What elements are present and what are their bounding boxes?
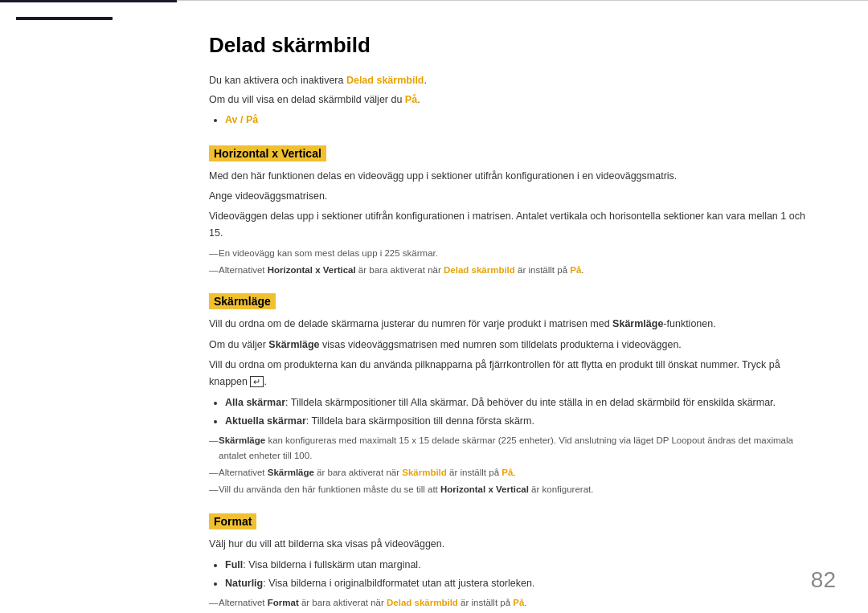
bullet-av-pa: Av / På	[225, 111, 820, 129]
format-note-bold: Format	[268, 598, 299, 607]
skarmlag-text2: Om du väljer Skärmläge visas videoväggsm…	[209, 337, 820, 353]
horizontal-text1: Med den här funktionen delas en videoväg…	[209, 168, 820, 185]
skarmlag-note3: Vill du använda den här funktionen måste…	[209, 482, 820, 497]
horizontal-text3: Videoväggen delas upp i sektioner utifrå…	[209, 208, 820, 243]
aktuella-bold: Aktuella skärmar	[225, 415, 306, 427]
full-bold: Full	[225, 559, 243, 570]
horizontal-note2: Alternativet Horizontal x Vertical är ba…	[209, 263, 820, 277]
page-title: Delad skärmbild	[209, 33, 820, 58]
bullet-naturlig: Naturlig: Visa bilderna i originalbildfo…	[225, 574, 820, 593]
pa-link1: På	[405, 94, 417, 105]
hxv-bold: Horizontal x Vertical	[268, 265, 356, 275]
format-text1: Välj hur du vill att bilderna ska visas …	[209, 536, 820, 553]
delad-link2: Delad skärmbild	[444, 265, 515, 275]
pa-link3: På	[502, 468, 513, 477]
page-container: Delad skärmbild Du kan aktivera och inak…	[0, 0, 868, 613]
skarmlag-text3: Vill du ordna om produkterna kan du anvä…	[209, 357, 820, 391]
sidebar-bar	[16, 17, 113, 20]
pa-link2: På	[570, 265, 581, 275]
skarmlag-note-bold: Skärmläge	[219, 435, 265, 445]
format-note1: Alternativet Format är bara aktiverat nä…	[209, 595, 820, 610]
horizontal-note1: En videovägg kan som mest delas upp i 22…	[209, 246, 820, 260]
skarmlag-note2-link: Skärmbild	[402, 468, 447, 477]
bullet-full: Full: Visa bilderna i fullskärm utan mar…	[225, 556, 820, 574]
skarmlag-note1: Skärmläge kan konfigureras med maximalt …	[209, 433, 820, 463]
delad-link1: Delad skärmbild	[346, 75, 424, 86]
pa-link4: På	[513, 598, 524, 607]
format-section: Format Välj hur du vill att bilderna ska…	[209, 502, 820, 611]
skarmlag-section: Skärmläge Vill du ordna om de delade skä…	[209, 282, 820, 497]
horizontal-section: Horizontal x Vertical Med den här funkti…	[209, 134, 820, 278]
horizontal-heading: Horizontal x Vertical	[209, 145, 326, 161]
bullet-alla-skarmar: Alla skärmar: Tilldela skärmpositioner t…	[225, 394, 820, 412]
alla-bold: Alla skärmar	[225, 397, 285, 408]
intro-section: Du kan aktivera och inaktivera Delad skä…	[209, 72, 820, 129]
av-pa-link: Av / På	[225, 114, 258, 125]
horizontal-text2: Ange videoväggsmatrisen.	[209, 188, 820, 205]
sidebar	[0, 0, 177, 613]
skarmlag-heading: Skärmläge	[209, 293, 276, 309]
intro-line2: Om du vill visa en delad skärmbild välje…	[209, 92, 820, 108]
enter-icon: ↵	[250, 376, 264, 387]
naturlig-bold: Naturlig	[225, 578, 263, 589]
skarmlag-bullets: Alla skärmar: Tilldela skärmpositioner t…	[225, 394, 820, 430]
intro-bullets: Av / På	[225, 111, 820, 129]
skarmlag-note2-bold: Skärmläge	[268, 468, 314, 477]
bullet-aktuella-skarmar: Aktuella skärmar: Tilldela bara skärmpos…	[225, 412, 820, 431]
hxv-bold2: Horizontal x Vertical	[440, 484, 529, 494]
skarmlag-note2: Alternativet Skärmläge är bara aktiverat…	[209, 465, 820, 480]
format-heading: Format	[209, 513, 256, 529]
page-number: 82	[811, 567, 836, 593]
main-content: Delad skärmbild Du kan aktivera och inak…	[177, 0, 868, 613]
delad-link3: Delad skärmbild	[387, 598, 458, 607]
skarmlag-text1: Vill du ordna om de delade skärmarna jus…	[209, 316, 820, 333]
intro-line1: Du kan aktivera och inaktivera Delad skä…	[209, 72, 820, 88]
format-bullets: Full: Visa bilderna i fullskärm utan mar…	[225, 556, 820, 592]
skarmlag-bold1: Skärmläge	[612, 318, 663, 329]
skarmlag-bold2: Skärmläge	[268, 339, 319, 350]
